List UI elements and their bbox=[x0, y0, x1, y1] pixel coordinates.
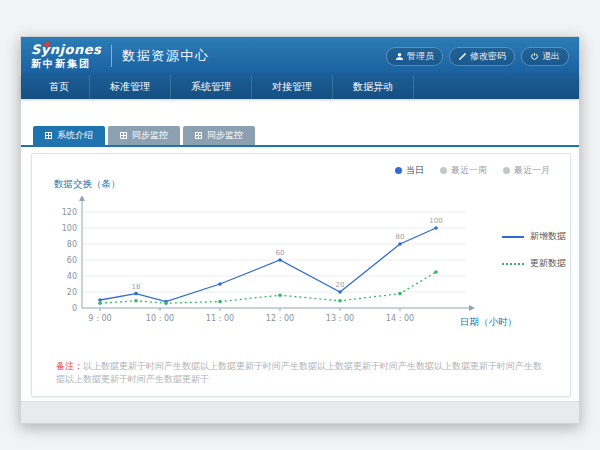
footnote: 备注：以上数据更新于时间产生数据以上数据更新于时间产生数据以上数据更新于时间产生… bbox=[56, 360, 550, 385]
nav-item-2[interactable]: 系统管理 bbox=[171, 75, 252, 99]
svg-text:60: 60 bbox=[276, 249, 285, 257]
filter-0[interactable]: 当日 bbox=[395, 164, 424, 177]
line-chart: 0204060801001209：0010：0011：0012：0013：001… bbox=[46, 196, 486, 351]
filter-legend: 当日最近一周最近一月 bbox=[395, 164, 550, 177]
svg-text:80: 80 bbox=[67, 240, 77, 249]
svg-text:100: 100 bbox=[62, 224, 77, 233]
series-legend: 新增数据更新数据 bbox=[502, 230, 566, 270]
nav-item-4[interactable]: 数据异动 bbox=[333, 75, 414, 99]
filter-label: 最近一月 bbox=[514, 164, 550, 177]
svg-text:18: 18 bbox=[132, 283, 141, 291]
footnote-text: 以上数据更新于时间产生数据以上数据更新于时间产生数据以上数据更新于时间产生数据以… bbox=[56, 361, 542, 384]
tab-label: 同步监控 bbox=[207, 129, 243, 142]
tab-label: 系统介绍 bbox=[57, 129, 93, 142]
svg-text:13：00: 13：00 bbox=[326, 314, 354, 323]
logout-label: 退出 bbox=[542, 50, 560, 63]
legend-series-label: 新增数据 bbox=[530, 230, 566, 243]
pencil-icon bbox=[458, 52, 467, 61]
logo-text: Synjones bbox=[31, 43, 101, 57]
nav-item-0[interactable]: 首页 bbox=[29, 75, 90, 99]
filter-label: 当日 bbox=[406, 164, 424, 177]
svg-text:9：00: 9：00 bbox=[88, 314, 111, 323]
logo: Synjones 新中新集团 bbox=[31, 43, 101, 68]
svg-text:0: 0 bbox=[72, 304, 77, 313]
tab-label: 同步监控 bbox=[132, 129, 168, 142]
user-button[interactable]: 管理员 bbox=[386, 47, 443, 66]
legend-line-icon bbox=[502, 236, 524, 238]
page-title: 数据资源中心 bbox=[122, 47, 209, 65]
app-window: Synjones 新中新集团 数据资源中心 管理员 修改密码 bbox=[20, 36, 580, 424]
tab-underline bbox=[21, 145, 579, 147]
svg-text:120: 120 bbox=[62, 208, 77, 217]
svg-text:100: 100 bbox=[429, 217, 442, 225]
svg-text:12：00: 12：00 bbox=[266, 314, 294, 323]
svg-text:14：00: 14：00 bbox=[386, 314, 414, 323]
legend-series-label: 更新数据 bbox=[530, 257, 566, 270]
grid-icon bbox=[120, 132, 127, 139]
grid-icon bbox=[195, 132, 202, 139]
filter-2[interactable]: 最近一月 bbox=[503, 164, 550, 177]
filter-dot-icon bbox=[503, 167, 510, 174]
grid-icon bbox=[45, 132, 52, 139]
header-actions: 管理员 修改密码 退出 bbox=[386, 47, 569, 66]
tab-2[interactable]: 同步监控 bbox=[183, 126, 255, 145]
header-divider bbox=[111, 45, 112, 67]
change-password-label: 修改密码 bbox=[470, 50, 506, 63]
filter-dot-icon bbox=[440, 167, 447, 174]
user-label: 管理员 bbox=[407, 50, 434, 63]
legend-line-icon bbox=[502, 263, 524, 265]
app-header: Synjones 新中新集团 数据资源中心 管理员 修改密码 bbox=[21, 37, 579, 75]
main-nav: 首页标准管理系统管理对接管理数据异动 bbox=[21, 75, 579, 99]
svg-text:20: 20 bbox=[336, 281, 345, 289]
tab-1[interactable]: 同步监控 bbox=[108, 126, 180, 145]
user-icon bbox=[395, 52, 404, 61]
legend-series-1[interactable]: 更新数据 bbox=[502, 257, 566, 270]
svg-text:20: 20 bbox=[67, 288, 77, 297]
svg-text:40: 40 bbox=[67, 272, 77, 281]
svg-text:80: 80 bbox=[396, 233, 405, 241]
power-icon bbox=[530, 52, 539, 61]
nav-item-3[interactable]: 对接管理 bbox=[252, 75, 333, 99]
filter-dot-icon bbox=[395, 167, 402, 174]
tab-bar: 系统介绍同步监控同步监控 bbox=[33, 126, 255, 145]
legend-series-0[interactable]: 新增数据 bbox=[502, 230, 566, 243]
svg-text:11：00: 11：00 bbox=[206, 314, 234, 323]
window-footer bbox=[21, 401, 579, 423]
svg-text:60: 60 bbox=[67, 256, 77, 265]
logo-subtext: 新中新集团 bbox=[31, 58, 101, 69]
nav-item-1[interactable]: 标准管理 bbox=[90, 75, 171, 99]
y-axis-label: 数据交换（条） bbox=[54, 178, 121, 191]
content-card: 当日最近一周最近一月 数据交换（条） 0204060801001209：0010… bbox=[31, 153, 571, 397]
logout-button[interactable]: 退出 bbox=[521, 47, 569, 66]
footnote-label: 备注： bbox=[56, 361, 83, 371]
tab-0[interactable]: 系统介绍 bbox=[33, 126, 105, 145]
filter-label: 最近一周 bbox=[451, 164, 487, 177]
change-password-button[interactable]: 修改密码 bbox=[449, 47, 515, 66]
filter-1[interactable]: 最近一周 bbox=[440, 164, 487, 177]
svg-text:10：00: 10：00 bbox=[146, 314, 174, 323]
